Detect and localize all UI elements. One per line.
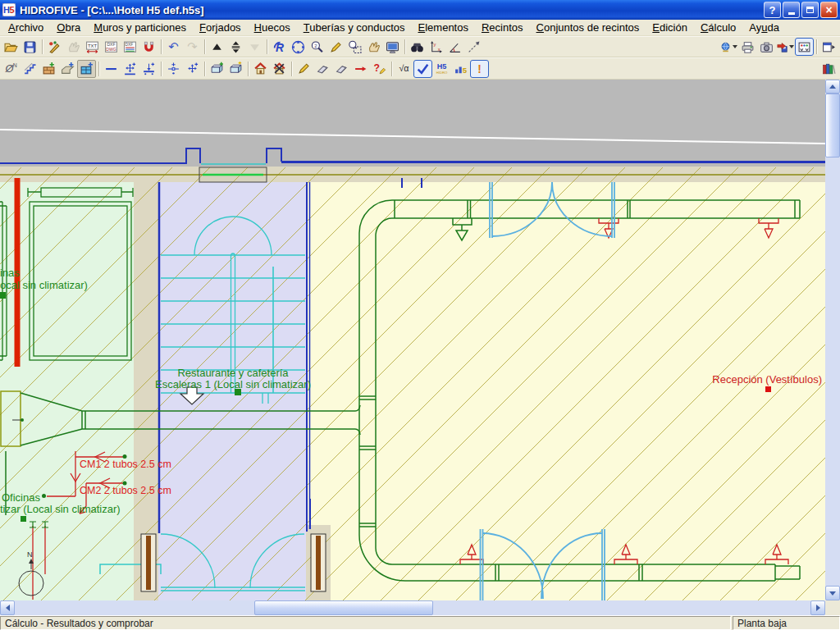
title-bar[interactable]: H 5 HIDROFIVE - [C:\...\Hotel H5 def.h5s…	[0, 0, 840, 20]
close-button[interactable]: ×	[820, 2, 838, 18]
stairs-button[interactable]	[21, 60, 39, 78]
import-dxf-dwg-button[interactable]: DXFDWG	[102, 38, 121, 56]
angle-button[interactable]	[445, 38, 464, 56]
move-node-button[interactable]	[183, 60, 202, 78]
menu-obra[interactable]: Obra	[50, 21, 87, 35]
formula-button[interactable]: √α	[395, 60, 413, 78]
edit-element-button[interactable]	[294, 60, 313, 78]
scroll-right-button[interactable]	[810, 600, 825, 615]
move-node-icon	[185, 62, 199, 75]
hand-tool-button[interactable]	[64, 38, 83, 56]
annotate-button[interactable]	[326, 38, 345, 56]
drop-line-button[interactable]	[139, 60, 158, 78]
redo-button[interactable]: ↷	[183, 38, 202, 56]
add-special-duct-button[interactable]: *	[226, 60, 245, 78]
menu-archivo[interactable]: Archivo	[2, 21, 50, 35]
check-results-icon	[416, 62, 430, 75]
library-button[interactable]	[819, 60, 838, 78]
measure-button[interactable]	[464, 38, 483, 56]
scroll-left-button[interactable]	[0, 600, 15, 615]
globe-button[interactable]	[719, 38, 738, 56]
h5-results-button[interactable]: 5	[451, 60, 470, 78]
warnings-button[interactable]: !	[470, 60, 489, 78]
add-duct-button[interactable]	[208, 60, 226, 78]
zoom-previous-button[interactable]: 2	[308, 38, 326, 56]
panels-toggle-icon	[797, 40, 811, 54]
edit-drawing-button[interactable]	[45, 38, 64, 56]
zoom-previous-icon: 2	[310, 40, 324, 54]
menu-forjados[interactable]: Forjados	[193, 21, 248, 35]
pan-button[interactable]	[364, 38, 383, 56]
status-plant[interactable]: Planta baja	[733, 616, 840, 630]
vscroll-thumb[interactable]	[825, 94, 840, 158]
menu-calculo[interactable]: Cálculo	[694, 21, 742, 35]
menu-huecos[interactable]: Huecos	[248, 21, 297, 35]
hidrofive-module-button[interactable]: H5HIDRO	[432, 60, 451, 78]
redraw-button[interactable]: R	[270, 38, 289, 56]
zoom-window-button[interactable]	[345, 38, 364, 56]
minimize-button[interactable]	[783, 2, 800, 18]
undo-button[interactable]: ↶	[164, 38, 183, 56]
menu-elementos[interactable]: Elementos	[412, 21, 475, 35]
panels-toggle-button[interactable]	[795, 38, 814, 56]
export-button[interactable]	[776, 38, 795, 56]
search-button[interactable]	[408, 38, 427, 56]
add-wall-button[interactable]	[39, 60, 58, 78]
hscroll-thumb[interactable]	[254, 600, 433, 615]
menu-muros-y-particiones[interactable]: Muros y particiones	[87, 21, 193, 35]
delete-building-button[interactable]	[270, 60, 289, 78]
restore-button[interactable]	[801, 2, 819, 18]
horizontal-scrollbar[interactable]	[0, 600, 825, 615]
erase-button[interactable]	[313, 60, 332, 78]
scroll-up-button[interactable]	[825, 80, 840, 94]
menu-tuberias-y-conductos[interactable]: Tuberías y conductos	[297, 21, 412, 35]
query-button[interactable]: ?	[370, 60, 389, 78]
add-beam-button[interactable]	[58, 60, 77, 78]
menu-ayuda[interactable]: Ayuda	[742, 21, 786, 35]
snap-button[interactable]	[139, 38, 158, 56]
add-window-button[interactable]	[77, 60, 96, 78]
building-button[interactable]	[251, 60, 270, 78]
hand-tool-icon	[66, 40, 80, 54]
save-button[interactable]	[21, 38, 39, 56]
next-window-button[interactable]	[819, 38, 838, 56]
erase-all-button[interactable]	[332, 60, 351, 78]
zoom-extents-button[interactable]	[289, 38, 308, 56]
move-line-button[interactable]	[121, 60, 139, 78]
add-node-button[interactable]	[164, 60, 183, 78]
save-icon	[23, 40, 37, 54]
move-element-button[interactable]	[351, 60, 370, 78]
floor-plan-canvas[interactable]: N Restaurante y cafetería Escaleras 1 (L…	[0, 80, 825, 600]
help-button[interactable]: ?	[764, 2, 781, 18]
menu-edicion[interactable]: Edición	[646, 21, 694, 35]
add-node-icon	[167, 62, 180, 75]
toolbar-separator	[245, 61, 251, 77]
plant-up-button[interactable]	[208, 38, 226, 56]
print-button[interactable]	[738, 38, 757, 56]
snapshot-button[interactable]	[757, 38, 776, 56]
svg-text:*: *	[239, 62, 242, 68]
full-screen-button[interactable]	[383, 38, 402, 56]
import-txt-button[interactable]: TXT	[83, 38, 102, 56]
vscroll-track[interactable]	[825, 80, 840, 600]
angle-icon	[448, 40, 462, 54]
scroll-down-button[interactable]	[825, 586, 840, 600]
check-results-button[interactable]	[413, 60, 432, 78]
label-cm1: CM1 2 tubos 2.5 cm	[80, 459, 171, 470]
coordinates-icon: yx	[429, 40, 443, 54]
plant-select-button[interactable]	[226, 38, 245, 56]
edit-drawing-icon	[48, 40, 62, 54]
vertical-scrollbar[interactable]	[825, 80, 840, 600]
coordinates-button[interactable]: yx	[427, 38, 445, 56]
draw-line-button[interactable]	[102, 60, 121, 78]
plant-down-button[interactable]	[245, 38, 264, 56]
svg-text:N: N	[13, 62, 17, 68]
dxf-layers-button[interactable]: DXF	[121, 38, 139, 56]
label-oficinas: Oficinas	[2, 491, 40, 504]
diameter-button[interactable]: ØN	[2, 60, 21, 78]
redo-icon: ↷	[185, 40, 199, 54]
open-button[interactable]	[2, 38, 21, 56]
menu-conjuntos-de-recintos[interactable]: Conjuntos de recintos	[530, 21, 646, 35]
pan-icon	[367, 40, 381, 54]
menu-recintos[interactable]: Recintos	[475, 21, 530, 35]
